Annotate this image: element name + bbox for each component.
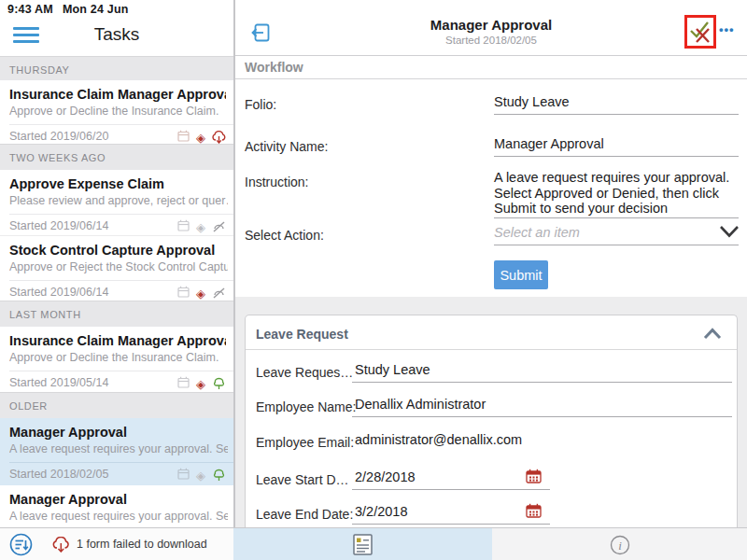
sort-filter-icon[interactable] bbox=[9, 533, 33, 560]
task-subtitle: A leave request requires your approval. … bbox=[9, 510, 228, 523]
task-started-date: Started 2019/06/20 bbox=[9, 130, 108, 143]
due-date-calendar-icon bbox=[177, 218, 190, 235]
folio-value: Study Leave bbox=[494, 94, 739, 109]
leave-request-type-label: Leave Reques… bbox=[256, 365, 353, 380]
task-row-approve-expense-claim[interactable]: Approve Expense Claim Please review and … bbox=[0, 170, 233, 235]
calendar-picker-icon[interactable] bbox=[526, 469, 542, 487]
priority-icon: ◈ bbox=[196, 221, 205, 233]
select-action-dropdown[interactable]: Select an item bbox=[494, 225, 739, 240]
approve-reject-action-icon[interactable] bbox=[684, 15, 716, 49]
employee-email-value: administrator@denallix.com bbox=[355, 432, 522, 447]
folio-label: Folio: bbox=[245, 97, 276, 112]
task-started-date: Started 2019/05/14 bbox=[9, 376, 108, 389]
tab-info[interactable]: i bbox=[492, 528, 747, 560]
instruction-label: Instruction: bbox=[245, 175, 308, 189]
section-header-older: OLDER bbox=[0, 392, 233, 418]
leave-start-date-label: Leave Start D… bbox=[256, 472, 349, 487]
task-subtitle: Approve or Decline the Insurance Claim. bbox=[9, 351, 228, 364]
task-subtitle: Approve or Reject the Stock Control Capt… bbox=[9, 260, 228, 273]
leave-request-section-title: Leave Request bbox=[256, 327, 348, 342]
svg-text:i: i bbox=[618, 539, 622, 553]
app-window: 9:43 AMMon 24 Jun 7% Tasks THURSDAY Insu… bbox=[0, 0, 747, 560]
tasks-sidebar: Tasks THURSDAY Insurance Claim Manager A… bbox=[0, 19, 233, 527]
collapse-panel-icon[interactable] bbox=[250, 22, 273, 47]
detail-header: Manager Approval Started 2018/02/05 ••• bbox=[235, 0, 747, 56]
download-failed-message: 1 form failed to download bbox=[77, 538, 207, 551]
activity-name-label: Activity Name: bbox=[245, 139, 328, 154]
form-background: Leave Request Leave Reques… Study Leave … bbox=[235, 297, 747, 527]
offline-status-icon bbox=[212, 377, 226, 390]
priority-icon: ◈ bbox=[196, 132, 205, 144]
offline-status-icon bbox=[212, 131, 226, 144]
leave-start-date-value[interactable]: 2/28/2018 bbox=[355, 469, 416, 484]
task-row-manager-approval-selected[interactable]: Manager Approval A leave request require… bbox=[0, 418, 233, 485]
leave-end-date-value[interactable]: 3/2/2018 bbox=[355, 504, 407, 519]
task-title: Stock Control Capture Approval bbox=[9, 243, 226, 258]
task-subtitle: Please review and approve, reject or que… bbox=[9, 194, 228, 207]
submit-button[interactable]: Submit bbox=[494, 260, 548, 289]
sidebar-header: Tasks bbox=[0, 19, 233, 56]
leave-end-date-label: Leave End Date: bbox=[256, 507, 353, 522]
section-header-thursday: THURSDAY bbox=[0, 56, 233, 80]
form-document-icon bbox=[353, 534, 373, 555]
priority-icon: ◈ bbox=[196, 378, 205, 390]
employee-email-label: Employee Email: bbox=[256, 435, 354, 450]
download-status-area: 1 form failed to download bbox=[0, 528, 233, 560]
offline-status-icon bbox=[212, 220, 226, 233]
task-started-date: Started 2019/06/14 bbox=[9, 286, 108, 299]
task-started-date: Started 2019/06/14 bbox=[9, 219, 108, 232]
task-title: Approve Expense Claim bbox=[9, 176, 226, 191]
due-date-calendar-icon bbox=[177, 285, 190, 301]
priority-icon: ◈ bbox=[196, 469, 205, 482]
section-header-two-weeks-ago: TWO WEEKS AGO bbox=[0, 144, 233, 170]
task-row-manager-approval-2[interactable]: Manager Approval A leave request require… bbox=[0, 485, 233, 527]
info-icon: i bbox=[610, 535, 630, 555]
offline-status-icon bbox=[212, 469, 226, 482]
activity-name-value: Manager Approval bbox=[494, 136, 739, 151]
tab-forms[interactable] bbox=[233, 528, 492, 560]
sidebar-title: Tasks bbox=[0, 24, 233, 45]
offline-status-icon bbox=[212, 287, 226, 300]
leave-request-type-value[interactable]: Study Leave bbox=[355, 362, 430, 377]
task-subtitle: A leave request requires your approval. … bbox=[9, 442, 228, 455]
detail-subtitle: Started 2018/02/05 bbox=[351, 35, 631, 46]
due-date-calendar-icon bbox=[177, 467, 190, 483]
more-options-icon[interactable]: ••• bbox=[719, 22, 735, 36]
detail-title: Manager Approval bbox=[351, 17, 631, 33]
select-action-label: Select Action: bbox=[245, 228, 324, 243]
chevron-down-icon[interactable] bbox=[719, 224, 740, 243]
bottom-bar: 1 form failed to download i bbox=[0, 527, 747, 560]
workflow-section-title: Workflow bbox=[245, 60, 303, 75]
task-title: Insurance Claim Manager Approval bbox=[9, 333, 226, 348]
employee-name-label: Employee Name: bbox=[256, 399, 356, 414]
status-time: 9:43 AM bbox=[7, 3, 53, 16]
section-divider bbox=[235, 78, 747, 79]
instruction-value: A leave request requires your approval. … bbox=[494, 170, 739, 217]
task-title: Manager Approval bbox=[9, 425, 226, 440]
task-row-stock-control[interactable]: Stock Control Capture Approval Approve o… bbox=[0, 235, 233, 301]
task-row-insurance-claim-1[interactable]: Insurance Claim Manager Approval Approve… bbox=[0, 80, 233, 144]
calendar-picker-icon[interactable] bbox=[526, 503, 542, 522]
task-subtitle: Approve or Decline the Insurance Claim. bbox=[9, 105, 228, 118]
status-date: Mon 24 Jun bbox=[63, 3, 129, 16]
priority-icon: ◈ bbox=[196, 287, 205, 300]
task-detail-panel: Manager Approval Started 2018/02/05 ••• … bbox=[235, 0, 747, 527]
task-row-insurance-claim-2[interactable]: Insurance Claim Manager Approval Approve… bbox=[0, 327, 233, 392]
task-title: Manager Approval bbox=[9, 492, 226, 507]
due-date-calendar-icon bbox=[177, 129, 190, 144]
due-date-calendar-icon bbox=[177, 375, 190, 392]
section-header-last-month: LAST MONTH bbox=[0, 301, 233, 327]
task-started-date: Started 2018/02/05 bbox=[9, 468, 108, 481]
task-title: Insurance Claim Manager Approval bbox=[9, 87, 226, 102]
employee-name-value[interactable]: Denallix Administrator bbox=[355, 397, 486, 412]
leave-request-card: Leave Request Leave Reques… Study Leave … bbox=[245, 315, 738, 527]
download-failed-icon bbox=[52, 537, 70, 556]
chevron-up-icon[interactable] bbox=[703, 327, 722, 343]
status-time-date: 9:43 AMMon 24 Jun bbox=[7, 3, 138, 16]
